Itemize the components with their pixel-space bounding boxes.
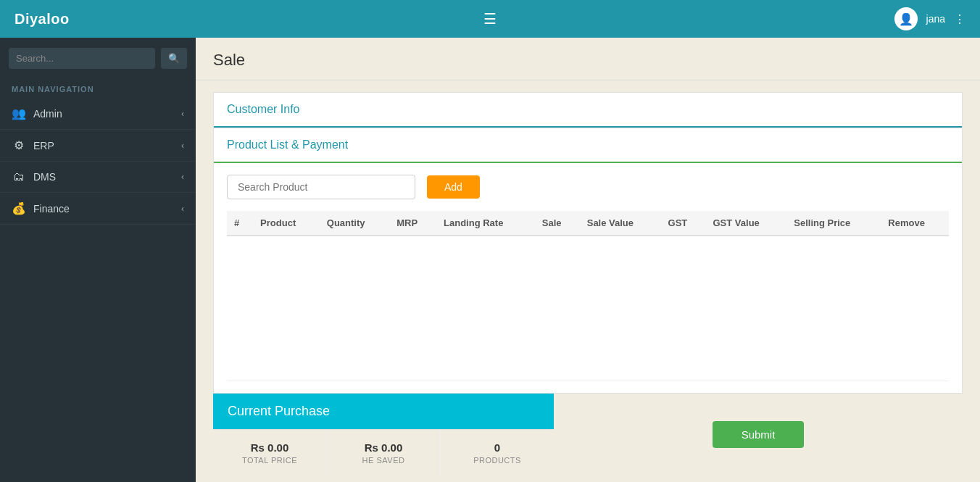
customer-info-header: Customer Info xyxy=(214,93,962,128)
col-sale-value: Sale Value xyxy=(580,211,661,236)
col-quantity: Quantity xyxy=(320,211,389,236)
current-purchase-header: Current Purchase xyxy=(213,394,554,429)
finance-icon: 💰 xyxy=(12,201,26,215)
finance-chevron: ‹ xyxy=(181,204,184,214)
dms-icon: 🗂 xyxy=(12,170,26,183)
main-content: Sale Customer Info Product List & Paymen… xyxy=(196,38,980,482)
top-header: Diyaloo ☰ 👤 jana ⋮ xyxy=(0,0,980,38)
submit-area: Submit xyxy=(554,394,963,476)
product-table: # Product Quantity MRP Landing Rate Sale… xyxy=(227,211,949,381)
page-title: Sale xyxy=(213,51,963,70)
col-mrp: MRP xyxy=(389,211,436,236)
saved-value: Rs 0.00 xyxy=(334,441,433,454)
erp-label: ERP xyxy=(33,140,54,151)
content-area: Customer Info Product List & Payment Add… xyxy=(196,80,980,482)
sidebar-item-erp[interactable]: ⚙ ERP ‹ xyxy=(0,130,196,162)
stat-saved: Rs 0.00 HE SAVED xyxy=(327,430,441,476)
customer-info-section: Customer Info xyxy=(213,92,963,128)
add-button[interactable]: Add xyxy=(427,175,480,199)
sidebar-item-admin[interactable]: 👥 Admin ‹ xyxy=(0,98,196,130)
table-body xyxy=(227,236,949,381)
col-hash: # xyxy=(227,211,253,236)
admin-label: Admin xyxy=(33,108,62,120)
admin-icon: 👥 xyxy=(12,107,26,120)
sidebar: 🔍 MAIN NAVIGATION 👥 Admin ‹ ⚙ ERP ‹ 🗂 DM… xyxy=(0,38,196,482)
bottom-row: Current Purchase Rs 0.00 TOTAL PRICE Rs … xyxy=(213,394,963,476)
col-product: Product xyxy=(253,211,320,236)
sidebar-item-finance[interactable]: 💰 Finance ‹ xyxy=(0,193,196,225)
table-header: # Product Quantity MRP Landing Rate Sale… xyxy=(227,211,949,236)
admin-chevron: ‹ xyxy=(181,109,184,119)
col-sale: Sale xyxy=(535,211,580,236)
product-list-header: Product List & Payment xyxy=(214,128,962,163)
stat-products: 0 PRODUCTS xyxy=(441,430,554,476)
avatar: 👤 xyxy=(894,7,918,30)
hamburger-icon[interactable]: ☰ xyxy=(483,10,497,28)
finance-label: Finance xyxy=(33,203,70,215)
brand-logo: Diyaloo xyxy=(14,11,70,28)
submit-button[interactable]: Submit xyxy=(713,421,805,448)
user-area: 👤 jana ⋮ xyxy=(894,7,966,30)
erp-icon: ⚙ xyxy=(12,138,26,152)
total-price-label: TOTAL PRICE xyxy=(220,456,319,465)
layout: 🔍 MAIN NAVIGATION 👥 Admin ‹ ⚙ ERP ‹ 🗂 DM… xyxy=(0,38,980,482)
share-icon[interactable]: ⋮ xyxy=(954,12,966,26)
search-input[interactable] xyxy=(9,48,155,69)
dms-chevron: ‹ xyxy=(181,172,184,182)
page-title-bar: Sale xyxy=(196,38,980,80)
product-list-section: Product List & Payment Add # Product Qua… xyxy=(213,128,963,394)
product-list-body: Add # Product Quantity MRP Landing Rate … xyxy=(214,163,962,393)
current-purchase-area: Current Purchase Rs 0.00 TOTAL PRICE Rs … xyxy=(213,394,554,476)
purchase-stats: Rs 0.00 TOTAL PRICE Rs 0.00 HE SAVED 0 P… xyxy=(213,429,554,476)
user-name: jana xyxy=(926,13,945,25)
saved-label: HE SAVED xyxy=(334,456,433,465)
sidebar-search-area: 🔍 xyxy=(0,38,196,79)
products-label: PRODUCTS xyxy=(448,456,547,465)
col-gst: GST xyxy=(661,211,706,236)
products-value: 0 xyxy=(448,441,547,454)
search-product-input[interactable] xyxy=(227,175,415,199)
sidebar-item-dms[interactable]: 🗂 DMS ‹ xyxy=(0,162,196,193)
col-remove: Remove xyxy=(881,211,949,236)
nav-section-label: MAIN NAVIGATION xyxy=(0,79,196,98)
search-add-row: Add xyxy=(227,175,949,199)
erp-chevron: ‹ xyxy=(181,141,184,151)
col-gst-value: GST Value xyxy=(706,211,787,236)
dms-label: DMS xyxy=(33,171,56,183)
total-price-value: Rs 0.00 xyxy=(220,441,319,454)
stat-total-price: Rs 0.00 TOTAL PRICE xyxy=(213,430,327,476)
col-selling-price: Selling Price xyxy=(786,211,881,236)
table-empty xyxy=(227,236,949,381)
col-landing-rate: Landing Rate xyxy=(436,211,535,236)
search-button[interactable]: 🔍 xyxy=(161,48,187,69)
